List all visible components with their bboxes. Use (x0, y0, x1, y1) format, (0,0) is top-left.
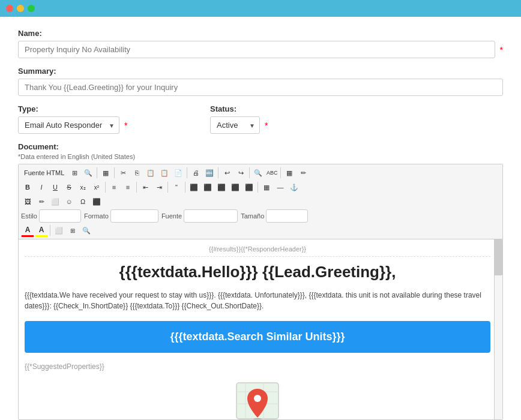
sep6 (280, 167, 281, 178)
page-break-button[interactable]: ⬛ (90, 195, 103, 208)
sep8 (136, 182, 137, 193)
type-label: Type: (18, 104, 186, 113)
print-button[interactable]: 🖨 (189, 166, 202, 179)
copy-button[interactable]: ⎘ (130, 166, 143, 179)
editor-inner: {{#results}}{{*ResponderHeader}} {{{text… (19, 239, 502, 419)
status-group: Status: ActiveInactive * (210, 104, 330, 134)
window-close-dot[interactable] (6, 5, 13, 12)
blockquote-button[interactable]: " (170, 181, 183, 194)
maximize-button[interactable]: ⬜ (52, 224, 65, 237)
status-select[interactable]: ActiveInactive (210, 116, 260, 134)
title-bar (0, 0, 521, 17)
align-justify-button[interactable]: ⬛ (229, 181, 242, 194)
strikethrough-button[interactable]: S (62, 181, 76, 194)
numbered-list-button[interactable]: ≡ (121, 181, 134, 194)
align-left-button[interactable]: ⬛ (187, 181, 200, 194)
document-label: Document: (18, 142, 503, 151)
greeting-line: {{{textdata.Hello}}} {{Lead.Greeting}}, (25, 263, 490, 281)
undo-button[interactable]: ↩ (220, 166, 233, 179)
superscript-button[interactable]: x² (90, 181, 103, 194)
bullet-list-button[interactable]: ≡ (107, 181, 121, 194)
sep2 (114, 167, 115, 178)
text-color-button[interactable]: A (21, 224, 34, 237)
status-field-row: ActiveInactive * (210, 116, 330, 134)
smiley-button[interactable]: ☺ (62, 195, 76, 208)
paste-word-button[interactable]: 📄 (172, 166, 185, 179)
style-select[interactable] (39, 209, 81, 223)
size-select[interactable] (266, 209, 308, 223)
status-label: Status: (210, 104, 330, 113)
format-select[interactable] (110, 209, 158, 223)
sep4 (218, 167, 218, 178)
bg-color-button[interactable]: A (35, 224, 48, 237)
font-label: Fuente (161, 212, 182, 220)
toolbar-row-3: 🖼 ✏ ⬜ ☺ Ω ⬛ (21, 195, 500, 208)
editor-scroll-area[interactable]: {{#results}}{{*ResponderHeader}} {{{text… (19, 239, 502, 419)
name-input[interactable] (18, 41, 495, 58)
editor-scrollbar-track[interactable] (494, 239, 502, 419)
sep5 (249, 167, 250, 178)
search-similar-button[interactable]: {{{textdata.Search Similar Units}}} (25, 321, 490, 353)
spell-check-button[interactable]: 🔤 (203, 166, 216, 179)
find2-button[interactable]: 🔍 (251, 166, 265, 179)
cut-button[interactable]: ✂ (116, 166, 130, 179)
select-all-button[interactable]: ▦ (99, 166, 112, 179)
status-required-star: * (265, 121, 268, 130)
editor-toolbar: Fuente HTML ⊞ 🔍 ▦ ✂ ⎘ 📋 📋 📄 🖨 🔤 ↩ (19, 164, 502, 239)
show-blocks-button[interactable]: ⊞ (68, 166, 81, 179)
paste-text-button[interactable]: 📋 (158, 166, 171, 179)
name-group: Name: * (18, 29, 503, 58)
name-required-star: * (500, 45, 503, 55)
name-field-row: * (18, 41, 503, 58)
toolbar-row-1: Fuente HTML ⊞ 🔍 ▦ ✂ ⎘ 📋 📋 📄 🖨 🔤 ↩ (21, 166, 500, 179)
summary-input[interactable] (18, 79, 503, 96)
find3-button[interactable]: 🔍 (80, 224, 93, 237)
svg-point-6 (254, 395, 261, 402)
redo-button[interactable]: ↪ (234, 166, 247, 179)
align-remove-button[interactable]: ⬛ (242, 181, 256, 194)
subscript-button[interactable]: x₂ (76, 181, 89, 194)
summary-group: Summary: (18, 67, 503, 96)
type-select-wrapper: Email Auto ResponderSMSPush Notification (18, 116, 119, 134)
window-maximize-dot[interactable] (28, 5, 35, 12)
shape-button[interactable]: ⬜ (49, 195, 62, 208)
font-select[interactable] (184, 209, 238, 223)
editor-container: Fuente HTML ⊞ 🔍 ▦ ✂ ⎘ 📋 📋 📄 🖨 🔤 ↩ (18, 164, 503, 420)
type-select[interactable]: Email Auto ResponderSMSPush Notification (18, 116, 119, 134)
table-button[interactable]: ▦ (260, 181, 273, 194)
align-center-button[interactable]: ⬛ (201, 181, 214, 194)
indent-button[interactable]: ⇥ (152, 181, 166, 194)
bold-button[interactable]: B (21, 181, 34, 194)
main-content: Name: * Summary: Type: Email Auto Respon… (0, 17, 521, 420)
paste-button[interactable]: 📋 (144, 166, 157, 179)
toolbar-row-5: A A ⬜ ⊞ 🔍 (21, 224, 500, 237)
status-select-wrapper: ActiveInactive (210, 116, 260, 134)
summary-label: Summary: (18, 67, 503, 76)
italic-button[interactable]: I (35, 181, 48, 194)
sep11 (257, 182, 258, 193)
map-icon (233, 377, 282, 419)
special-char-button[interactable]: Ω (76, 195, 89, 208)
toolbar-row-4: Estilo Formato Fuente Tamaño (21, 209, 500, 223)
document-group: Document: *Data entered in English (Unit… (18, 142, 503, 420)
edit-div-button[interactable]: ✏ (35, 195, 48, 208)
insert-table-button[interactable]: ▦ (283, 166, 296, 179)
type-required-star: * (124, 121, 127, 130)
align-right-button[interactable]: ⬛ (215, 181, 228, 194)
find-button[interactable]: 🔍 (82, 166, 95, 179)
sep12 (50, 225, 50, 236)
underline-button[interactable]: U (49, 181, 62, 194)
anchor-button[interactable]: ⚓ (288, 181, 301, 194)
edit-button[interactable]: ✏ (297, 166, 310, 179)
html-source-button[interactable]: Fuente HTML (21, 166, 67, 179)
show-html-button[interactable]: ⊞ (66, 224, 79, 237)
editor-scrollbar-thumb[interactable] (494, 239, 502, 275)
outdent-button[interactable]: ⇤ (139, 181, 152, 194)
name-label: Name: (18, 29, 503, 38)
window-minimize-dot[interactable] (17, 5, 24, 12)
horizontal-rule-button[interactable]: — (274, 181, 287, 194)
body-text: {{{textdata.We have received your reques… (25, 290, 490, 311)
image-button[interactable]: 🖼 (21, 195, 34, 208)
scayt-button[interactable]: ABC (265, 166, 279, 179)
sep1 (97, 167, 97, 178)
